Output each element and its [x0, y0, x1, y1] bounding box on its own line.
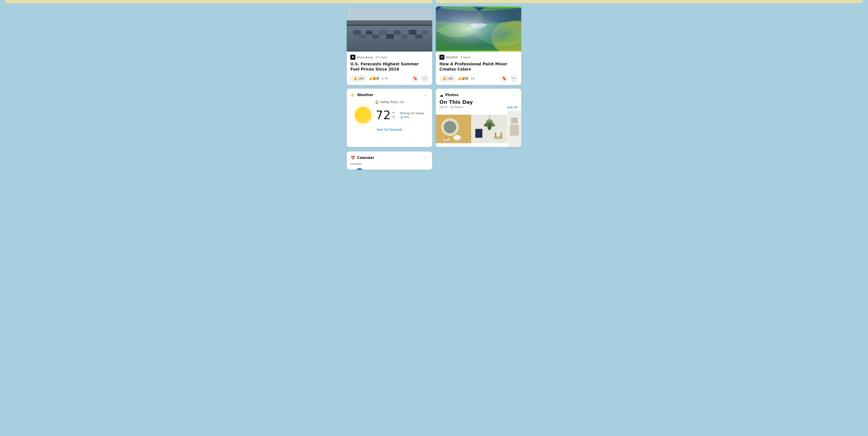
svg-rect-4 — [347, 37, 432, 38]
see-all-link[interactable]: See all — [507, 106, 518, 109]
photos-cloud-icon: ☁️ — [439, 93, 443, 97]
weather-main: 72 °F °C Strong UV today 💧 0% — [347, 107, 432, 125]
bloomberg-more-button[interactable]: ··· — [421, 75, 429, 82]
bloomberg-reaction-count: 2.7k — [381, 77, 388, 80]
calendar-icon: 📅 — [350, 155, 355, 160]
insider-title[interactable]: How A Professional Paint Mixer Creates C… — [439, 61, 518, 72]
on-this-day-title: On This Day — [439, 99, 518, 105]
photos-grid — [436, 111, 521, 147]
bloomberg-source-meta: Bloomberg · 27 mins — [357, 56, 387, 59]
on-this-day-meta: Oct 6 · 33 items See all — [439, 106, 518, 109]
photo-plant-svg — [472, 111, 507, 147]
photos-more-button[interactable]: ··· — [510, 92, 518, 98]
insider-bookmark-button[interactable]: 🔖 — [500, 75, 508, 82]
insider-source-meta: INSIDER · 1 hour — [446, 56, 470, 59]
photo-thumb-1[interactable] — [436, 111, 471, 147]
weather-location: 🏠 Valley Park, CA — [347, 100, 432, 104]
calendar-day-7[interactable]: 7 — [375, 168, 383, 170]
svg-point-25 — [436, 6, 483, 37]
svg-rect-11 — [360, 34, 367, 39]
svg-rect-12 — [372, 35, 379, 39]
svg-rect-10 — [422, 31, 428, 35]
calendar-title-group: 📅 Calendar — [350, 155, 374, 160]
temperature-units: °F °C — [392, 111, 395, 120]
insider-logo: IN — [439, 55, 444, 60]
rain-icon: 💧 — [400, 115, 403, 119]
svg-point-36 — [446, 137, 448, 139]
svg-rect-45 — [495, 133, 496, 138]
svg-point-42 — [487, 122, 492, 130]
temperature-value: 72 — [376, 109, 391, 121]
svg-point-26 — [491, 20, 521, 52]
photo-art-svg — [436, 111, 471, 147]
bloomberg-source-row: B Bloomberg · 27 mins — [350, 55, 429, 60]
svg-rect-48 — [510, 124, 519, 136]
bloomberg-bookmark-button[interactable]: 🔖 — [411, 75, 419, 82]
svg-rect-8 — [394, 30, 401, 35]
bloomberg-title[interactable]: U.S. Forecasts Highest Summer Fuel Price… — [350, 61, 429, 72]
svg-rect-49 — [511, 118, 518, 123]
weather-temp-block: 72 °F °C — [376, 109, 395, 121]
calendar-header: 📅 Calendar ··· — [347, 151, 432, 162]
calendar-days: 6 7 8 9 — [347, 167, 432, 170]
insider-news-card: IN INSIDER · 1 hour How A Professional P… — [436, 6, 521, 85]
bloomberg-reactions: 👍🤩😟 — [368, 77, 379, 80]
on-this-day-date: Oct 6 · 33 items — [439, 106, 463, 109]
insider-like-button[interactable]: 👍 Like — [439, 75, 456, 82]
bloomberg-news-card: Powell St Emeryville NEXT EXIT B Bloombe… — [347, 6, 432, 85]
photo-thumb-3[interactable] — [508, 111, 521, 147]
calendar-day-6[interactable]: 6 — [355, 168, 364, 170]
svg-point-23 — [436, 20, 521, 52]
bloomberg-card-body: B Bloomberg · 27 mins U.S. Forecasts Hig… — [347, 52, 432, 85]
svg-rect-27 — [436, 8, 521, 51]
svg-rect-21 — [347, 20, 432, 26]
svg-rect-15 — [415, 34, 422, 39]
bottom-right-spacer — [436, 151, 521, 170]
bloomberg-actions: 👍 Like 👍🤩😟 2.7k 🔖 ··· — [350, 75, 429, 82]
svg-rect-2 — [347, 29, 432, 30]
svg-point-31 — [444, 121, 456, 134]
photo-thumb-2[interactable] — [472, 111, 507, 147]
svg-rect-22 — [436, 8, 521, 51]
insider-card-image — [436, 6, 521, 52]
photos-header: ☁️ Photos ··· — [436, 89, 521, 99]
svg-point-24 — [472, 6, 521, 46]
svg-rect-7 — [379, 30, 387, 35]
calendar-more-button[interactable]: ··· — [422, 155, 429, 161]
calendar-card: 📅 Calendar ··· October 6 7 8 9 — [347, 151, 432, 170]
photos-title-group: ☁️ Photos — [439, 93, 458, 97]
calendar-day-8[interactable]: 8 — [395, 168, 403, 170]
svg-rect-6 — [366, 31, 372, 35]
svg-rect-13 — [386, 34, 394, 39]
svg-rect-43 — [475, 129, 483, 138]
thumbs-up-icon-2: 👍 — [442, 77, 446, 81]
thumbs-up-icon: 👍 — [353, 77, 358, 81]
bloomberg-like-button[interactable]: 👍 Like — [350, 75, 367, 82]
insider-more-button[interactable]: ··· — [510, 75, 518, 82]
partial-card-top-right — [436, 0, 863, 3]
weather-title: Weather — [357, 93, 373, 97]
bloomberg-logo: B — [350, 55, 355, 60]
svg-rect-3 — [347, 33, 432, 34]
svg-point-33 — [454, 135, 460, 139]
bloomberg-card-image: Powell St Emeryville NEXT EXIT — [347, 6, 432, 52]
precipitation-row: 💧 0% — [400, 115, 424, 119]
svg-rect-46 — [500, 133, 502, 138]
photo-small-svg — [508, 111, 521, 147]
weather-details: Strong UV today 💧 0% — [400, 112, 424, 119]
insider-reaction-count: 14 — [471, 77, 474, 80]
weather-more-button[interactable]: ··· — [422, 92, 429, 98]
svg-rect-9 — [409, 30, 416, 35]
insider-card-body: IN INSIDER · 1 hour How A Professional P… — [436, 52, 521, 85]
traffic-image-svg: Powell St Emeryville NEXT EXIT — [347, 6, 432, 52]
calendar-day-9[interactable]: 9 — [415, 168, 424, 170]
see-full-forecast-link[interactable]: See full forecast — [377, 128, 402, 132]
calendar-month: October — [347, 162, 432, 167]
photos-card: ☁️ Photos ··· On This Day Oct 6 · 33 ite… — [436, 89, 521, 147]
svg-rect-1 — [347, 25, 432, 50]
photos-on-this-day: On This Day Oct 6 · 33 items See all — [436, 99, 521, 111]
calendar-title: Calendar — [357, 156, 374, 160]
weather-header: 🌤️ Weather ··· — [347, 89, 432, 100]
insider-source-row: IN INSIDER · 1 hour — [439, 55, 518, 60]
home-icon: 🏠 — [375, 100, 379, 104]
